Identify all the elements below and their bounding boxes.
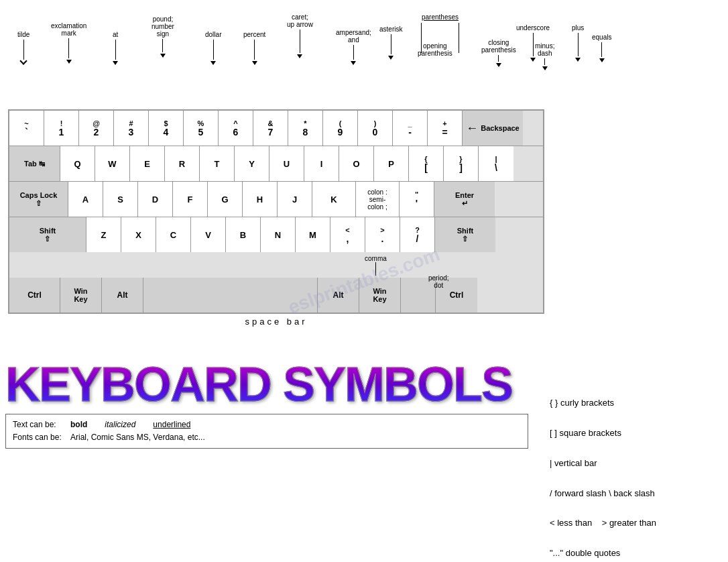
text-box-row2: Fonts can be: Arial, Comic Sans MS, Verd… — [13, 431, 521, 444]
key-8[interactable]: *8 — [288, 111, 323, 146]
qwerty-row: Tab ↹ Q W E R T Y U I O P {[ }] |\ — [9, 146, 543, 182]
key-q[interactable]: Q — [60, 146, 95, 181]
key-p[interactable]: P — [374, 146, 409, 181]
bold-sample: bold — [70, 418, 87, 431]
key-z[interactable]: Z — [86, 217, 121, 252]
key-rbracket[interactable]: }] — [444, 146, 479, 181]
key-7[interactable]: &7 — [253, 111, 288, 146]
key-v[interactable]: V — [191, 217, 226, 252]
right-spacer — [550, 7, 721, 396]
key-9[interactable]: (9 — [323, 111, 358, 146]
right-list: { } curly brackets [ ] square brackets |… — [550, 396, 721, 562]
key-lctrl[interactable]: Ctrl — [9, 278, 60, 313]
bottom-row: Ctrl WinKey Alt Alt WinKey Ctrl — [9, 278, 543, 313]
key-tab[interactable]: Tab ↹ — [9, 146, 60, 181]
key-space[interactable] — [143, 278, 318, 313]
key-4[interactable]: $4 — [149, 111, 184, 146]
annotation-period: period;dot — [428, 274, 449, 289]
list-item-dquote: "..." double quotes — [550, 546, 721, 561]
page-title: KEYBOARD SYMBOLS — [5, 360, 512, 408]
annotation-comma: comma — [365, 255, 387, 276]
key-n[interactable]: N — [261, 217, 296, 252]
list-item-vbar: | vertical bar — [550, 456, 721, 471]
key-i[interactable]: I — [304, 146, 339, 181]
key-capslock[interactable]: Caps Lock⇧ — [9, 182, 68, 217]
list-item-square: [ ] square brackets — [550, 426, 721, 441]
annotation-plus: plus — [572, 24, 584, 62]
fonts-value: Arial, Comic Sans MS, Verdana, etc... — [70, 431, 205, 444]
key-h[interactable]: H — [243, 182, 278, 217]
key-f[interactable]: F — [173, 182, 208, 217]
key-comma[interactable]: <, — [330, 217, 365, 252]
key-e[interactable]: E — [130, 146, 165, 181]
annotation-at: at — [113, 31, 118, 65]
key-o[interactable]: O — [339, 146, 374, 181]
key-d[interactable]: D — [138, 182, 173, 217]
right-section: { } curly brackets [ ] square brackets |… — [543, 0, 728, 562]
key-lalt[interactable]: Alt — [102, 278, 143, 313]
asdf-row: Caps Lock⇧ A S D F G H J K colon : semi-… — [9, 182, 543, 217]
key-lwin[interactable]: WinKey — [60, 278, 102, 313]
key-equals[interactable]: += — [428, 111, 463, 146]
key-minus[interactable]: _- — [393, 111, 428, 146]
key-y[interactable]: Y — [235, 146, 269, 181]
key-lbracket[interactable]: {[ — [409, 146, 444, 181]
key-0[interactable]: )0 — [358, 111, 393, 146]
key-x[interactable]: X — [121, 217, 156, 252]
key-5[interactable]: %5 — [184, 111, 219, 146]
annotation-closing-paren: closingparenthesis — [481, 39, 516, 67]
underline-sample: underlined — [153, 418, 190, 431]
key-ralt[interactable]: Alt — [318, 278, 359, 313]
space-bar-label: space bar — [8, 314, 544, 328]
annotation-tilde: tilde — [17, 31, 29, 64]
shift-row-container: comma period;dot Shift⇧ Z X C V B N M <,… — [9, 217, 543, 252]
annotation-pound: pound;numbersign — [151, 15, 174, 58]
key-backspace[interactable]: ←Backspace — [463, 111, 523, 146]
key-k[interactable]: K — [312, 182, 356, 217]
key-u[interactable]: U — [269, 146, 304, 181]
text-info-box: Text can be: bold italicized underlined … — [5, 414, 528, 449]
keyboard: ~` !1 @2 #3 $4 %5 ^6 &7 *8 (9 )0 _- += ←… — [8, 109, 544, 314]
annotation-ampersand: ampersand;and — [336, 29, 371, 65]
key-3[interactable]: #3 — [114, 111, 149, 146]
annotation-caret: caret;up arrow — [287, 13, 313, 58]
italic-sample: italicized — [105, 418, 135, 431]
key-rshift[interactable]: Shift⇧ — [435, 217, 495, 252]
annotation-dollar: dollar — [205, 31, 221, 65]
key-b[interactable]: B — [226, 217, 261, 252]
key-backslash[interactable]: |\ — [479, 146, 513, 181]
list-item-slash: / forward slash \ back slash — [550, 486, 721, 502]
key-2[interactable]: @2 — [79, 111, 114, 146]
annotation-equals: equals — [592, 34, 611, 62]
key-period[interactable]: >. — [365, 217, 400, 252]
key-lshift[interactable]: Shift⇧ — [9, 217, 86, 252]
key-semicolon[interactable]: colon : semi-colon ; — [356, 182, 400, 217]
annotation-opening-paren: openingparenthesis — [418, 42, 452, 57]
key-backtick[interactable]: ~` — [9, 111, 44, 146]
left-section: tilde exclamationmark at pound;numbersig… — [0, 0, 543, 562]
page-container: tilde exclamationmark at pound;numbersig… — [0, 0, 728, 562]
key-slash[interactable]: ?/ — [400, 217, 435, 252]
key-6[interactable]: ^6 — [219, 111, 253, 146]
annotation-exclamation: exclamationmark — [51, 22, 86, 64]
key-s[interactable]: S — [103, 182, 138, 217]
list-item-lessthan: < less than > greater than — [550, 516, 721, 531]
key-g[interactable]: G — [208, 182, 243, 217]
number-row: ~` !1 @2 #3 $4 %5 ^6 &7 *8 (9 )0 _- += ←… — [9, 111, 543, 146]
key-c[interactable]: C — [156, 217, 191, 252]
key-m[interactable]: M — [296, 217, 330, 252]
annotation-asterisk: asterisk — [379, 25, 402, 60]
key-j[interactable]: J — [278, 182, 312, 217]
key-1[interactable]: !1 — [44, 111, 79, 146]
key-enter[interactable]: Enter↵ — [434, 182, 495, 217]
key-t[interactable]: T — [200, 146, 235, 181]
key-quote[interactable]: "' — [400, 182, 434, 217]
text-box-row1: Text can be: bold italicized underlined — [13, 418, 521, 431]
key-w[interactable]: W — [95, 146, 130, 181]
key-r[interactable]: R — [165, 146, 200, 181]
key-a[interactable]: A — [68, 182, 103, 217]
key-rwin[interactable]: WinKey — [359, 278, 401, 313]
annotations-area: tilde exclamationmark at pound;numbersig… — [5, 5, 543, 109]
shift-row: Shift⇧ Z X C V B N M <, >. ?/ Shift⇧ — [9, 217, 543, 252]
text-label-1: Text can be: — [13, 418, 66, 431]
